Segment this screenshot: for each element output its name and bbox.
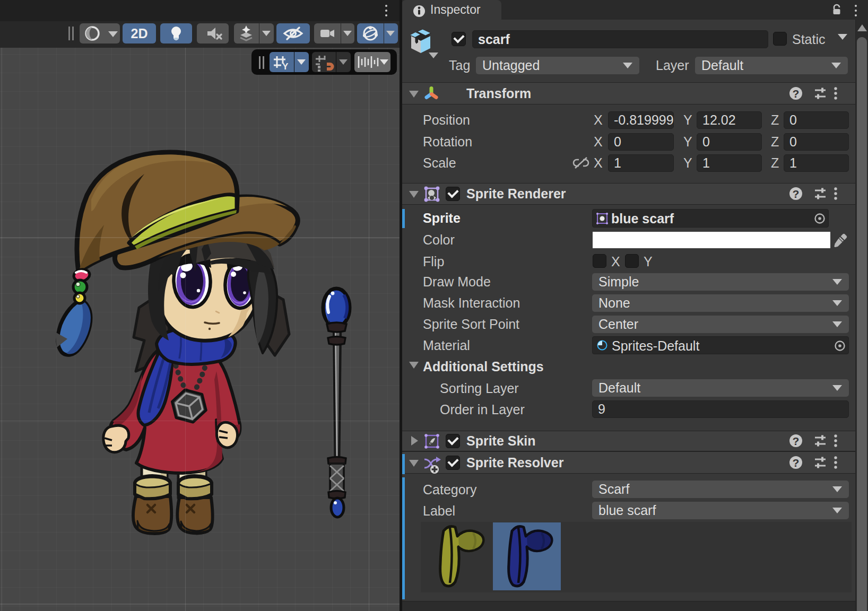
- svg-text:?: ?: [793, 457, 800, 469]
- svg-text:Y: Y: [282, 62, 289, 72]
- svg-text:?: ?: [793, 188, 800, 200]
- svg-text:?: ?: [793, 435, 800, 447]
- svg-text:?: ?: [793, 88, 800, 100]
